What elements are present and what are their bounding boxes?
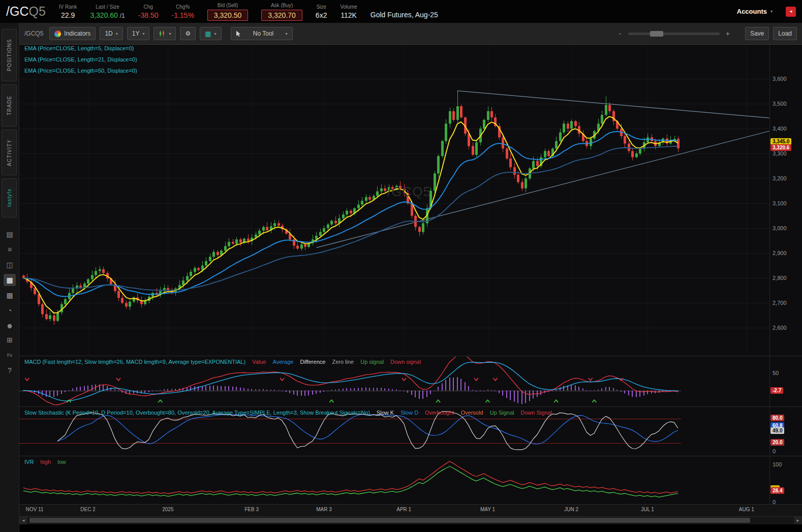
bid-button[interactable]: 3,320.50: [207, 10, 249, 21]
time-axis-label: MAY 1: [480, 507, 495, 512]
last-size-value: 3,320.60 /1: [90, 11, 125, 19]
panel-divider[interactable]: [19, 356, 802, 356]
help-icon[interactable]: ?: [4, 364, 16, 377]
time-axis-label: APR 1: [396, 507, 411, 512]
panel-divider[interactable]: [19, 456, 802, 456]
price-axis-label: 3,500: [773, 101, 787, 107]
macd-axis-label: 50: [773, 370, 779, 376]
chevron-down-icon: ▾: [770, 9, 773, 14]
ivr-legend-high: high: [40, 459, 51, 465]
price-axis-label: 3,000: [773, 225, 787, 231]
watchlist-icon[interactable]: ≡: [4, 243, 16, 256]
zoom-in-button[interactable]: +: [724, 29, 732, 38]
fx-icon[interactable]: Fx: [4, 349, 16, 361]
chg-label: Chg: [143, 4, 152, 10]
time-axis-label: 2025: [162, 507, 173, 512]
timeframe-value: 1D: [105, 30, 112, 37]
range-dropdown[interactable]: 1Y ▾: [127, 27, 150, 40]
candles-icon: [159, 30, 166, 37]
time-axis-label: AUG 1: [739, 507, 754, 512]
zoom-out-button[interactable]: -: [616, 29, 624, 38]
ivr-legend-low: low: [57, 459, 66, 465]
macd-legend-difference: Difference: [300, 359, 325, 365]
panel-divider[interactable]: [19, 406, 802, 407]
clock-icon[interactable]: ◔: [4, 304, 16, 317]
symbol-root: /GC: [6, 4, 28, 18]
left-sidebar: POSITIONS TRADE ACTIVITY tastyfx ▤ ≡ ◫ ▦…: [0, 23, 19, 532]
range-value: 1Y: [132, 30, 140, 37]
scroll-left-icon[interactable]: ◄: [19, 517, 27, 524]
field-iv-rank: IV Rank 22.9: [59, 4, 77, 19]
last-price-bubble: 3,320.6: [770, 144, 791, 151]
iv-rank-label: IV Rank: [59, 4, 77, 10]
timeframe-dropdown[interactable]: 1D ▾: [100, 27, 122, 40]
field-ask: Ask (Buy) 3,320.70: [261, 3, 302, 21]
contract-description: Gold Futures, Aug-25: [371, 11, 438, 19]
chevron-down-icon: ▾: [286, 32, 288, 36]
stoch-legend-d: Slow D: [400, 410, 418, 416]
ivr-axis-label: 100: [773, 461, 782, 467]
grid-layout-icon[interactable]: ▩: [4, 289, 16, 301]
time-axis-label: FEB 3: [244, 507, 259, 512]
price-axis-label: 2,700: [773, 300, 787, 306]
calendar-icon[interactable]: ⊞: [4, 334, 16, 346]
size-label: Size: [316, 4, 326, 10]
zoom-slider[interactable]: [628, 33, 720, 35]
chg-pct-label: Chg%: [176, 4, 190, 10]
accounts-menu[interactable]: Accounts▾: [737, 8, 773, 15]
price-axis-label: 3,200: [773, 175, 787, 181]
field-chg: Chg -38.50: [138, 4, 159, 19]
time-axis-label: DEC 2: [80, 507, 95, 512]
ivr-low-bubble: 28.4: [770, 487, 784, 494]
field-size: Size 6x2: [316, 4, 327, 19]
field-bid: Bid (Sell) 3,320.50: [207, 3, 249, 21]
save-button[interactable]: Save: [745, 27, 769, 40]
ivr-canvas[interactable]: [19, 457, 769, 504]
sidebar-tab-positions[interactable]: POSITIONS: [2, 29, 17, 81]
price-axis-label: 2,900: [773, 250, 787, 256]
collapse-header-icon[interactable]: ◄: [786, 7, 796, 17]
load-button[interactable]: Load: [773, 27, 797, 40]
indicators-button[interactable]: Indicators: [49, 27, 96, 40]
chart-settings-button[interactable]: ⚙: [180, 27, 196, 40]
bid-label: Bid (Sell): [218, 3, 238, 8]
ema50-study-label: EMA (Price=CLOSE, Length=50, Displace=0): [24, 68, 137, 74]
sidebar-tab-tastyfx[interactable]: tastyfx: [2, 178, 17, 217]
time-axis-label: MAR 3: [316, 507, 332, 512]
stoch-legend-down: Down Signal: [521, 410, 552, 416]
price-axis-label: 3,600: [773, 76, 787, 82]
price-axis-label: 3,100: [773, 200, 787, 206]
news-icon[interactable]: ▤: [4, 228, 16, 240]
scrollbar-thumb[interactable]: [29, 518, 750, 523]
accounts-label: Accounts: [737, 8, 767, 15]
last-size-label: Last / Size: [96, 4, 119, 10]
ivr-title: IVR: [24, 459, 34, 465]
sidebar-tab-trade[interactable]: TRADE: [2, 84, 17, 127]
ask-button[interactable]: 3,320.70: [261, 10, 302, 21]
scroll-right-icon[interactable]: ►: [794, 517, 802, 524]
orders-icon[interactable]: ◫: [4, 259, 16, 271]
indicators-label: Indicators: [64, 30, 90, 37]
time-axis-label: NOV 11: [26, 507, 44, 512]
stoch-overbought-bubble: 80.0: [770, 415, 784, 421]
chevron-down-icon: ▾: [142, 32, 144, 36]
layout-grid-dropdown[interactable]: ▦ ▾: [200, 27, 221, 40]
stoch-legend-overbought: Overbought: [425, 410, 454, 416]
price-chart-canvas[interactable]: [19, 45, 769, 356]
symbol-title: /GCQ5: [6, 4, 46, 19]
scrollbar-track[interactable]: [27, 517, 794, 524]
stoch-legend-up: Up Signal: [490, 410, 514, 416]
chevron-down-icon: ▾: [214, 32, 217, 36]
zoom-slider-thumb[interactable]: [650, 31, 663, 37]
chart-type-dropdown[interactable]: ▾: [153, 27, 176, 40]
macd-legend-value: Value: [252, 359, 266, 365]
price-axis-label: 3,300: [773, 150, 787, 157]
ema21-study-label: EMA (Price=CLOSE, Length=21, Displace=0): [24, 56, 137, 62]
drawing-tool-dropdown[interactable]: No Tool ▾: [231, 27, 293, 40]
sidebar-tab-activity[interactable]: ACTIVITY: [2, 130, 17, 175]
contacts-icon[interactable]: ☻: [4, 320, 16, 332]
chart-icon[interactable]: ▦: [4, 274, 16, 286]
chart-scrollbar: ◄ ►: [19, 516, 802, 524]
stoch-axis-zero: 0: [773, 448, 776, 454]
chart-symbol-label: /GCQ5: [24, 30, 43, 37]
